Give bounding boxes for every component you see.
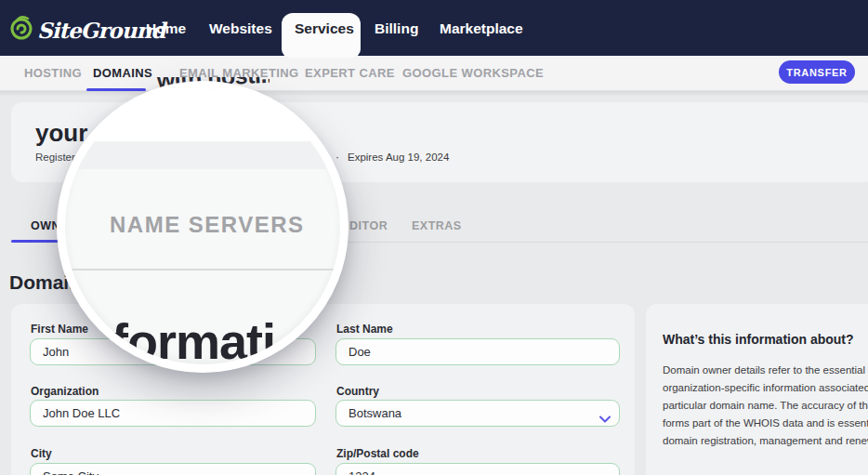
country-select[interactable]	[335, 400, 620, 427]
nav-item-billing[interactable]: Billing	[375, 20, 418, 37]
subnav-item-google-workspace[interactable]: GOOGLE WORKSPACE	[402, 66, 544, 80]
zip-label: Zip/Postal code	[336, 447, 419, 460]
subnav-item-hosting[interactable]: HOSTING	[24, 66, 82, 80]
last-name-label: Last Name	[336, 323, 393, 336]
info-line: particular domain name. The accuracy of …	[663, 397, 868, 415]
subnav-item-domains[interactable]: DOMAINS	[93, 66, 152, 80]
city-input[interactable]	[30, 463, 316, 475]
tab-editor[interactable]: DITOR	[349, 219, 388, 232]
info-line: domain registration, management and rene…	[663, 432, 868, 450]
chevron-down-icon[interactable]	[599, 410, 611, 427]
info-line: Domain owner details refer to the essent…	[663, 362, 868, 379]
info-panel-title: What’s this information about?	[663, 332, 854, 347]
last-name-input[interactable]	[335, 338, 620, 365]
organization-input[interactable]	[30, 400, 316, 427]
nav-item-home[interactable]: Home	[146, 20, 186, 37]
nav-item-services[interactable]: Services	[295, 20, 354, 37]
nav-item-websites[interactable]: Websites	[209, 20, 272, 37]
sub-nav-shadow	[0, 91, 868, 97]
tab-extras[interactable]: EXTRAS	[412, 219, 462, 232]
info-line: forms part of the WHOIS data and is esse…	[663, 415, 868, 432]
subnav-item-expert-care[interactable]: EXPERT CARE	[305, 66, 395, 80]
info-panel-text: Domain owner details refer to the essent…	[663, 362, 868, 450]
siteground-logo-icon	[9, 14, 33, 46]
city-label: City	[31, 447, 52, 460]
expires-date-text: Expires Aug 19, 2024	[348, 152, 449, 163]
first-name-label: First Name	[31, 323, 88, 336]
magnified-tab-divider	[57, 269, 349, 270]
organization-label: Organization	[31, 385, 99, 398]
magnified-name-servers-tab: NAME SERVERS	[110, 212, 305, 238]
domain-name: your	[35, 119, 87, 148]
nav-item-marketplace[interactable]: Marketplace	[440, 20, 523, 37]
owner-active-underline	[11, 240, 59, 243]
separator-dot: ·	[335, 151, 339, 164]
country-label: Country	[336, 385, 379, 398]
magnifier-lens: NAME SERVERS formati	[57, 81, 349, 373]
transfer-button[interactable]: TRANSFER	[779, 60, 855, 84]
domains-active-underline	[86, 88, 146, 91]
info-line: organization-specific information associ…	[663, 379, 868, 397]
magnified-card-band	[57, 141, 349, 169]
siteground-logo[interactable]: SiteGround	[9, 14, 164, 46]
zip-input[interactable]	[335, 463, 620, 475]
